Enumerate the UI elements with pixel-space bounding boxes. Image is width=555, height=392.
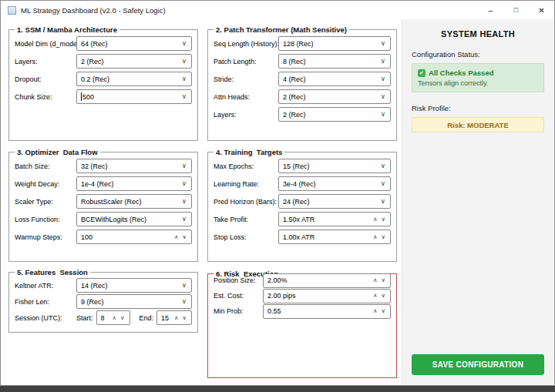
keltner-atr-select[interactable]: 14 (Rec) ∨: [76, 278, 192, 293]
spin-up-icon[interactable]: ∧: [373, 216, 378, 223]
field-row: Pred Horizon (Bars): 24 (Rec) ∨: [214, 193, 391, 210]
window-controls: – □ ✕: [478, 1, 554, 19]
field-label: Layers:: [214, 111, 278, 119]
field-value: 1e-4 (Rec): [81, 180, 179, 188]
spin-up-icon[interactable]: ∧: [373, 234, 378, 240]
field-row: Attn Heads: 2 (Rec) ∨: [214, 88, 391, 106]
group-training-targets: 4. Training Targets Max Epochs: 15 (Rec)…: [207, 148, 397, 262]
field-row: Warmup Steps: 100 ∧ ∨: [15, 228, 192, 246]
field-label: Pred Horizon (Bars):: [214, 198, 278, 206]
field-value: 128 (Rec): [283, 40, 378, 48]
field-label: Keltner ATR:: [15, 282, 76, 290]
warmup-steps-spinner[interactable]: 100 ∧ ∨: [76, 230, 192, 244]
chevron-down-icon: ∨: [182, 216, 187, 223]
loss-function-select[interactable]: BCEWithLogits (Rec) ∨: [76, 212, 192, 226]
field-row: Layers: 2 (Rec) ∨: [15, 52, 192, 70]
spin-up-icon[interactable]: ∧: [373, 308, 378, 314]
spinner-buttons: ∧ ∨: [373, 216, 385, 223]
field-label: Fisher Len:: [15, 298, 76, 306]
field-row: Scaler Type: RobustScaler (Rec) ∨: [15, 193, 192, 210]
field-label: Est. Cost:: [214, 292, 263, 300]
app-icon: [8, 6, 16, 15]
chevron-down-icon: ∨: [182, 298, 187, 305]
system-health-panel: SYSTEM HEALTH Configuration Status: ✔ Al…: [402, 19, 553, 384]
field-value: 4 (Rec): [283, 75, 378, 83]
min-prob-spinner[interactable]: 0.55 ∧ ∨: [263, 304, 391, 319]
group-title: 4. Training Targets: [214, 148, 284, 156]
field-row: Fisher Len: 9 (Rec) ∨: [15, 293, 192, 310]
spin-down-icon[interactable]: ∨: [183, 315, 187, 321]
field-value: 15: [161, 314, 171, 322]
spin-down-icon[interactable]: ∨: [382, 293, 386, 299]
chevron-down-icon: ∨: [381, 93, 385, 100]
field-row: Weight Decay: 1e-4 (Rec) ∨: [15, 175, 192, 193]
spin-down-icon[interactable]: ∨: [183, 234, 187, 240]
save-configuration-button[interactable]: SAVE CONFIGURATION: [412, 354, 544, 375]
spin-up-icon[interactable]: ∧: [373, 293, 378, 299]
ssm-layers-select[interactable]: 2 (Rec) ∨: [76, 54, 192, 69]
chevron-down-icon: ∨: [182, 40, 187, 47]
learning-rate-select[interactable]: 3e-4 (Rec) ∨: [278, 176, 391, 191]
take-profit-spinner[interactable]: 1.50x ATR ∧ ∨: [278, 212, 391, 226]
session-row: Session (UTC): Start: 8 ∧ ∨ End: 15 ∧ ∨: [15, 310, 192, 326]
field-row: Keltner ATR: 14 (Rec) ∨: [15, 277, 192, 293]
spinner-buttons: ∧ ∨: [174, 234, 187, 240]
field-label: Stop Loss:: [214, 233, 278, 241]
session-start-spinner[interactable]: 8 ∧ ∨: [96, 310, 130, 325]
spin-up-icon[interactable]: ∧: [373, 277, 378, 283]
weight-decay-select[interactable]: 1e-4 (Rec) ∨: [76, 176, 192, 191]
batch-size-select[interactable]: 32 (Rec) ∨: [76, 159, 192, 173]
session-end-spinner[interactable]: 15 ∧ ∨: [156, 310, 192, 325]
scaler-type-select[interactable]: RobustScaler (Rec) ∨: [76, 194, 192, 209]
spin-down-icon[interactable]: ∨: [382, 216, 386, 223]
chunk-size-input[interactable]: 500 ∨: [76, 89, 192, 104]
field-label: Loss Function:: [15, 216, 76, 223]
field-row: Seq Length (History): 128 (Rec) ∨: [214, 35, 391, 52]
stride-select[interactable]: 4 (Rec) ∨: [278, 72, 391, 86]
fisher-len-select[interactable]: 9 (Rec) ∨: [76, 294, 192, 309]
max-epochs-select[interactable]: 15 (Rec) ∨: [278, 159, 391, 173]
field-row: Patch Length: 8 (Rec) ∨: [214, 52, 391, 70]
field-row: Model Dim (d_model): 64 (Rec) ∨: [15, 35, 192, 52]
est-cost-spinner[interactable]: 2.00 pips ∧ ∨: [263, 289, 391, 303]
group-optimizer-data-flow: 3. Optimizer Data Flow Batch Size: 32 (R…: [8, 148, 198, 262]
stop-loss-spinner[interactable]: 1.00x ATR ∧ ∨: [278, 230, 391, 244]
config-status-label: Configuration Status:: [412, 50, 544, 59]
minimize-icon[interactable]: –: [478, 1, 503, 19]
chevron-down-icon: ∨: [182, 58, 187, 65]
dropout-select[interactable]: 0.2 (Rec) ∨: [76, 72, 192, 86]
field-row: Learning Rate: 3e-4 (Rec) ∨: [214, 175, 391, 193]
group-features-session: 5. Features Session Keltner ATR: 14 (Rec…: [8, 268, 198, 333]
app-window: ML Strategy Dashboard (v2.0 - Safety Log…: [0, 0, 555, 386]
position-size-spinner[interactable]: 2.00% ∧ ∨: [263, 273, 391, 288]
window-title: ML Strategy Dashboard (v2.0 - Safety Log…: [21, 6, 166, 15]
patch-length-select[interactable]: 8 (Rec) ∨: [278, 54, 391, 69]
status-box: ✔ All Checks Passed Tensors align correc…: [412, 63, 544, 92]
pred-horizon-select[interactable]: 24 (Rec) ∨: [278, 194, 391, 209]
spin-down-icon[interactable]: ∨: [120, 315, 125, 321]
field-label: Weight Decay:: [15, 180, 76, 188]
status-subtext: Tensors align correctly.: [418, 79, 538, 87]
chevron-down-icon: ∨: [381, 58, 385, 65]
field-row: Est. Cost: 2.00 pips ∧ ∨: [214, 288, 391, 303]
chevron-down-icon: ∨: [182, 198, 187, 205]
close-icon[interactable]: ✕: [529, 1, 554, 19]
field-label: Chunk Size:: [15, 93, 76, 101]
field-value: 2 (Rec): [283, 93, 378, 101]
chevron-down-icon: ∨: [182, 282, 187, 289]
spin-down-icon[interactable]: ∨: [382, 308, 386, 314]
spin-down-icon[interactable]: ∨: [382, 234, 386, 240]
field-value: 2 (Rec): [81, 58, 179, 65]
spin-down-icon[interactable]: ∨: [382, 277, 386, 283]
attn-heads-select[interactable]: 2 (Rec) ∨: [278, 89, 391, 104]
field-label: Learning Rate:: [214, 180, 278, 188]
field-row: Batch Size: 32 (Rec) ∨: [15, 157, 192, 175]
maximize-icon[interactable]: □: [503, 1, 529, 19]
seq-length-select[interactable]: 128 (Rec) ∨: [278, 36, 391, 51]
titlebar: ML Strategy Dashboard (v2.0 - Safety Log…: [1, 1, 554, 19]
spin-up-icon[interactable]: ∧: [113, 315, 117, 321]
spin-up-icon[interactable]: ∧: [174, 234, 179, 240]
model-dim-select[interactable]: 64 (Rec) ∨: [76, 36, 192, 51]
spin-up-icon[interactable]: ∧: [174, 315, 179, 321]
transformer-layers-select[interactable]: 2 (Rec) ∨: [278, 107, 391, 122]
